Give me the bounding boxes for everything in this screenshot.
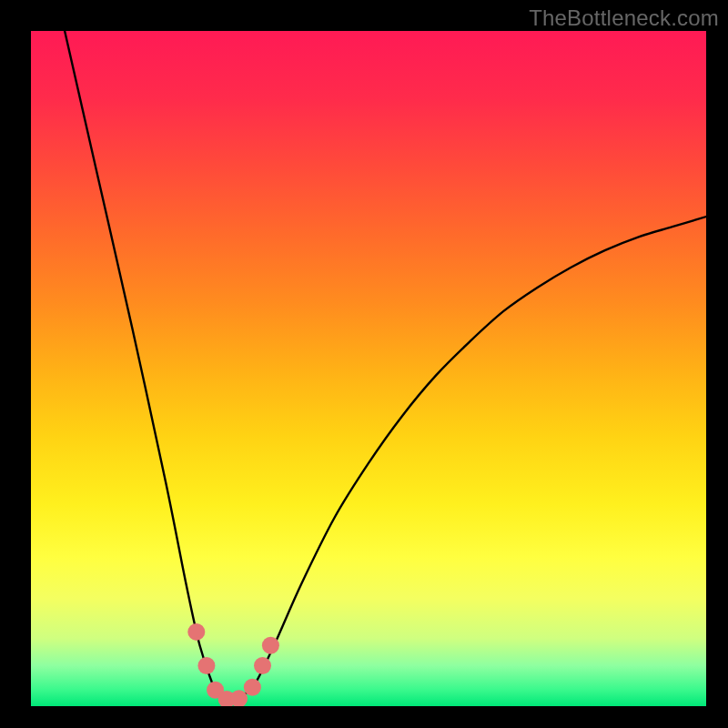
bottleneck-curve: [65, 31, 706, 700]
plot-area: [31, 31, 706, 706]
marker-dot: [187, 623, 205, 641]
curve-layer: [31, 31, 706, 706]
marker-dot: [230, 690, 248, 706]
marker-dot: [262, 637, 279, 654]
watermark-text: TheBottleneck.com: [529, 5, 719, 31]
highlight-dots: [187, 623, 279, 706]
marker-dot: [254, 657, 271, 674]
marker-dot: [197, 657, 215, 674]
marker-dot: [244, 679, 261, 696]
chart-frame: TheBottleneck.com: [0, 0, 728, 728]
